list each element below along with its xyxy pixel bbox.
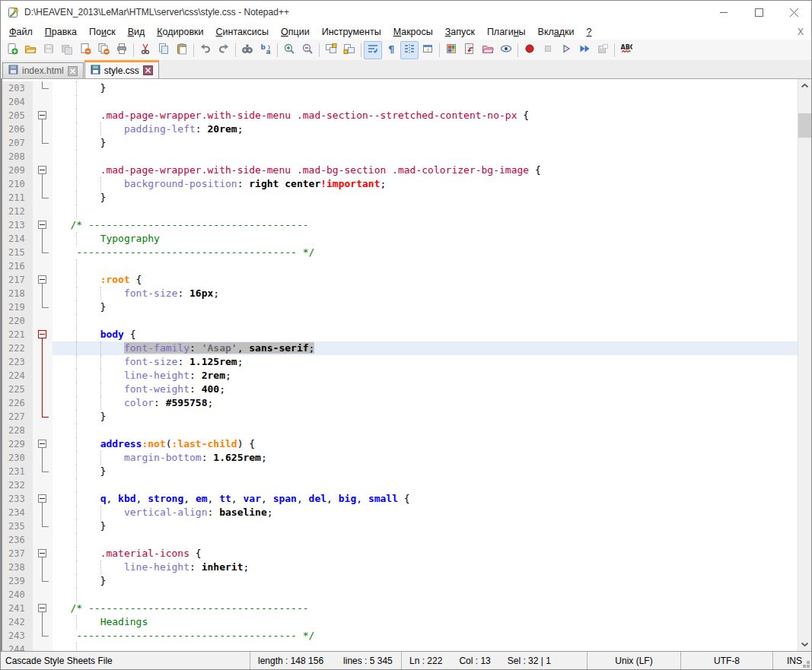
close-file-button[interactable] — [76, 41, 94, 59]
code-line-207[interactable]: 207 } — [2, 136, 798, 150]
menu-item-search[interactable]: Поиск — [83, 25, 122, 39]
resize-grip[interactable] — [807, 665, 810, 668]
show-all-symbols-button[interactable]: ¶ — [382, 41, 400, 59]
code-text[interactable]: padding-left: 20rem; — [53, 122, 798, 136]
copy-button[interactable] — [154, 41, 173, 59]
fold-collapse-marker[interactable] — [33, 164, 53, 177]
macro-play-button[interactable] — [557, 41, 575, 59]
scroll-up-button[interactable] — [798, 79, 811, 92]
code-line-230[interactable]: 230 margin-bottom: 1.625rem; — [2, 451, 798, 465]
code-line-221[interactable]: 221 body { — [2, 328, 798, 341]
code-line-239[interactable]: 239 } — [2, 574, 798, 588]
code-text[interactable]: /* ------------------------------------- — [53, 218, 798, 232]
status-insert-mode[interactable]: INS — [773, 652, 811, 669]
code-text[interactable]: color: #595758; — [53, 396, 798, 410]
code-line-205[interactable]: 205 .mad-page-wrapper.with-side-menu .ma… — [2, 109, 798, 122]
code-line-206[interactable]: 206 padding-left: 20rem; — [2, 122, 798, 136]
tab-close-icon[interactable] — [68, 66, 78, 76]
fold-collapse-marker[interactable] — [33, 492, 53, 506]
code-text[interactable]: margin-bottom: 1.625rem; — [53, 451, 798, 465]
fold-collapse-marker[interactable] — [33, 109, 53, 122]
menu-item-run[interactable]: Запуск — [439, 25, 481, 39]
app-icon[interactable] — [8, 6, 20, 18]
code-text[interactable]: q, kbd, strong, em, tt, var, span, del, … — [53, 492, 798, 506]
code-line-233[interactable]: 233 q, kbd, strong, em, tt, var, span, d… — [2, 492, 798, 506]
macro-save-button[interactable] — [594, 41, 612, 59]
code-text[interactable]: vertical-align: baseline; — [53, 506, 798, 519]
code-text[interactable]: } — [53, 136, 798, 150]
code-line-208[interactable]: 208 — [2, 150, 798, 164]
code-line-238[interactable]: 238 line-height: inherit; — [2, 560, 798, 574]
spell-check-button[interactable]: ABC — [617, 41, 635, 59]
function-list-button[interactable] — [460, 41, 479, 59]
code-line-227[interactable]: 227 } — [2, 410, 798, 424]
code-line-216[interactable]: 216 — [2, 259, 798, 273]
menu-item-language[interactable]: Синтаксисы — [210, 25, 275, 39]
code-text[interactable]: /* ------------------------------------- — [53, 602, 798, 615]
scrollbar-thumb[interactable] — [798, 113, 811, 138]
minimize-button[interactable] — [706, 1, 741, 24]
fold-collapse-marker[interactable] — [33, 328, 53, 341]
code-line-229[interactable]: 229 address:not(:last-child) { — [2, 437, 798, 451]
code-text[interactable]: } — [53, 465, 798, 478]
code-text[interactable]: } — [53, 410, 798, 424]
sync-horizontal-scroll-button[interactable] — [340, 41, 358, 59]
code-text[interactable] — [53, 588, 798, 602]
doc-close-button[interactable]: X — [798, 27, 804, 37]
code-line-209[interactable]: 209 .mad-page-wrapper.with-side-menu .ma… — [2, 164, 798, 177]
indent-guide-button[interactable] — [400, 41, 419, 59]
menu-item-macro[interactable]: Макросы — [387, 25, 439, 39]
tab-style-css[interactable]: style.css — [84, 60, 159, 78]
code-text[interactable]: } — [53, 300, 798, 314]
menu-item-file[interactable]: Файл — [3, 25, 39, 39]
code-line-236[interactable]: 236 — [2, 533, 798, 547]
redo-button[interactable] — [215, 41, 233, 59]
menu-item-window[interactable]: Вкладки — [532, 25, 581, 39]
code-text[interactable]: line-height: 2rem; — [53, 369, 798, 383]
fold-collapse-marker[interactable] — [33, 437, 53, 451]
code-text[interactable]: font-family: 'Asap', sans-serif; — [53, 341, 798, 355]
code-line-228[interactable]: 228 — [2, 424, 798, 437]
code-line-213[interactable]: 213 /* ---------------------------------… — [2, 218, 798, 232]
zoom-in-button[interactable] — [280, 41, 298, 59]
code-text[interactable]: font-size: 16px; — [53, 287, 798, 300]
tab-close-icon[interactable] — [143, 65, 153, 75]
code-text[interactable]: ------------------------------------- */ — [53, 629, 798, 643]
vertical-scrollbar[interactable] — [798, 79, 811, 651]
document-map-button[interactable] — [442, 41, 460, 59]
menu-item-view[interactable]: Вид — [122, 25, 151, 39]
code-line-218[interactable]: 218 font-size: 16px; — [2, 287, 798, 300]
code-text[interactable] — [53, 205, 798, 218]
code-line-203[interactable]: 203 } — [2, 81, 798, 95]
code-text[interactable] — [53, 478, 798, 492]
scroll-down-button[interactable] — [798, 638, 811, 651]
code-line-244[interactable]: 244 — [2, 643, 798, 651]
code-text[interactable] — [53, 150, 798, 164]
paste-button[interactable] — [173, 41, 191, 59]
menu-item-encoding[interactable]: Кодировки — [151, 25, 209, 39]
close-button[interactable] — [776, 1, 811, 24]
code-text[interactable] — [53, 533, 798, 547]
code-line-214[interactable]: 214 Typography — [2, 232, 798, 246]
code-text[interactable] — [53, 424, 798, 437]
code-text[interactable]: font-size: 1.125rem; — [53, 355, 798, 369]
status-eol-format[interactable]: Unix (LF) — [588, 652, 680, 669]
code-line-225[interactable]: 225 font-weight: 400; — [2, 383, 798, 396]
save-all-button[interactable] — [58, 41, 76, 59]
code-line-232[interactable]: 232 — [2, 478, 798, 492]
code-text[interactable]: .material-icons { — [53, 547, 798, 560]
cut-button[interactable] — [136, 41, 154, 59]
menu-item-edit[interactable]: Правка — [39, 25, 83, 39]
code-line-243[interactable]: 243 ------------------------------------… — [2, 629, 798, 643]
status-encoding[interactable]: UTF-8 — [681, 652, 772, 669]
code-text[interactable]: .mad-page-wrapper.with-side-menu .mad-se… — [53, 109, 798, 122]
code-line-226[interactable]: 226 color: #595758; — [2, 396, 798, 410]
fold-collapse-marker[interactable] — [33, 218, 53, 232]
word-wrap-button[interactable] — [364, 41, 382, 59]
code-text[interactable] — [53, 259, 798, 273]
code-line-220[interactable]: 220 — [2, 314, 798, 328]
macro-record-button[interactable] — [521, 41, 539, 59]
code-line-211[interactable]: 211 } — [2, 191, 798, 205]
code-text[interactable]: } — [53, 81, 798, 95]
code-line-215[interactable]: 215 ------------------------------------… — [2, 246, 798, 259]
